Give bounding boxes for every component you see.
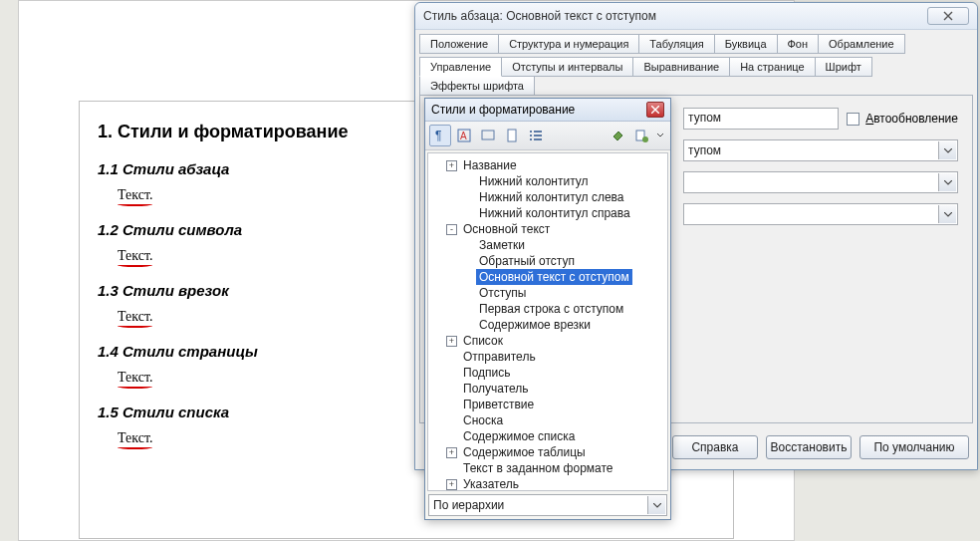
tab-обрамление[interactable]: Обрамление	[818, 34, 905, 54]
tree-label[interactable]: Отступы	[476, 285, 529, 301]
new-style-icon	[634, 129, 648, 142]
sf-titlebar[interactable]: Стили и форматирование	[425, 99, 670, 122]
tree-label[interactable]: Список	[460, 333, 506, 349]
tree-node[interactable]: Получатель	[430, 381, 665, 397]
linked-style-combo[interactable]	[683, 171, 958, 193]
tab-эффекты-шрифта[interactable]: Эффекты шрифта	[419, 76, 535, 96]
tree-node[interactable]: Нижний колонтитул слева	[430, 189, 665, 205]
new-style-dropdown[interactable]	[654, 125, 666, 146]
frame-icon	[481, 129, 495, 142]
paragraph-styles-button[interactable]: ¶	[429, 125, 451, 146]
tree-node[interactable]: Заметки	[430, 237, 665, 253]
help-button[interactable]: Справка	[672, 435, 758, 459]
close-button[interactable]	[927, 7, 969, 25]
svg-rect-6	[534, 131, 542, 133]
tree-node[interactable]: +Список	[430, 333, 665, 349]
list-styles-button[interactable]	[525, 125, 547, 146]
tree-label[interactable]: Нижний колонтитул	[476, 173, 592, 189]
tab-структура-и-нумерация[interactable]: Структура и нумерация	[498, 34, 639, 54]
tree-label[interactable]: Содержимое списка	[460, 428, 578, 444]
tree-node[interactable]: Нижний колонтитул справа	[430, 205, 665, 221]
tree-node[interactable]: +Название	[430, 157, 665, 173]
svg-rect-9	[530, 138, 532, 140]
tree-node[interactable]: Отступы	[430, 285, 665, 301]
tree-label[interactable]: Сноска	[460, 412, 506, 428]
expand-icon[interactable]: +	[446, 479, 457, 490]
sf-close-button[interactable]	[646, 102, 664, 118]
tree-node[interactable]: Содержимое списка	[430, 428, 665, 444]
page-styles-button[interactable]	[501, 125, 523, 146]
tree-node[interactable]: Содержимое врезки	[430, 317, 665, 333]
tree-label[interactable]: Обратный отступ	[476, 253, 578, 269]
svg-rect-5	[530, 131, 532, 133]
filter-combo[interactable]: По иерархии	[428, 494, 667, 516]
expand-icon[interactable]: +	[446, 160, 457, 171]
auto-update-checkbox[interactable]: Автообновление	[847, 112, 958, 126]
dialog-titlebar[interactable]: Стиль абзаца: Основной текст с отступом	[415, 3, 977, 30]
tree-node[interactable]: Нижний колонтитул	[430, 173, 665, 189]
filter-value: По иерархии	[433, 498, 504, 512]
tab-выравнивание[interactable]: Выравнивание	[632, 57, 730, 77]
svg-rect-3	[482, 131, 494, 139]
tab-шрифт[interactable]: Шрифт	[815, 57, 872, 77]
tab-фон[interactable]: Фон	[777, 34, 820, 54]
tree-label[interactable]: Нижний колонтитул слева	[476, 189, 627, 205]
tab-на-странице[interactable]: На странице	[729, 57, 815, 77]
default-button[interactable]: По умолчанию	[859, 435, 969, 459]
frame-styles-button[interactable]	[477, 125, 499, 146]
expand-icon[interactable]: +	[446, 447, 457, 458]
collapse-icon[interactable]: -	[446, 224, 457, 235]
svg-point-12	[642, 136, 648, 142]
tree-label[interactable]: Основной текст с отступом	[476, 269, 632, 285]
tree-node[interactable]: Основной текст с отступом	[430, 269, 665, 285]
tab-отступы-и-интервалы[interactable]: Отступы и интервалы	[501, 57, 633, 77]
tab-табуляция[interactable]: Табуляция	[638, 34, 714, 54]
restore-button[interactable]: Восстановить	[766, 435, 852, 459]
tree-label[interactable]: Указатель	[460, 476, 522, 491]
expand-icon[interactable]: +	[446, 336, 457, 347]
style-tree[interactable]: +НазваниеНижний колонтитулНижний колонти…	[427, 152, 668, 491]
tree-node[interactable]: Текст в заданном формате	[430, 460, 665, 476]
styles-formatting-window: Стили и форматирование ¶ A +Назва	[424, 98, 671, 520]
tree-node[interactable]: -Основной текст	[430, 221, 665, 237]
tree-label[interactable]: Текст в заданном формате	[460, 460, 616, 476]
svg-text:¶: ¶	[435, 129, 441, 142]
style-name-input[interactable]: тупом	[683, 108, 839, 130]
tab-управление[interactable]: Управление	[419, 57, 502, 77]
tree-label[interactable]: Получатель	[460, 381, 532, 397]
tree-node[interactable]: Первая строка с отступом	[430, 301, 665, 317]
tree-label[interactable]: Нижний колонтитул справа	[476, 205, 633, 221]
tree-node[interactable]: +Содержимое таблицы	[430, 444, 665, 460]
auto-update-label: втообновление	[873, 112, 958, 126]
char-icon: A	[457, 129, 471, 142]
tree-label[interactable]: Содержимое таблицы	[460, 444, 589, 460]
tree-label[interactable]: Подпись	[460, 365, 514, 381]
tree-node[interactable]: Приветствие	[430, 397, 665, 412]
body-text: Текст.	[118, 309, 152, 325]
tab-положение[interactable]: Положение	[419, 34, 499, 54]
tree-label[interactable]: Основной текст	[460, 221, 553, 237]
tree-node[interactable]: Обратный отступ	[430, 253, 665, 269]
tree-node[interactable]: Отправитель	[430, 349, 665, 365]
tree-label[interactable]: Первая строка с отступом	[476, 301, 626, 317]
chevron-down-icon	[938, 205, 956, 223]
fill-format-button[interactable]	[607, 125, 628, 146]
svg-rect-4	[508, 130, 516, 141]
tree-node[interactable]: +Указатель	[430, 476, 665, 491]
list-icon	[529, 129, 543, 142]
tree-label[interactable]: Содержимое врезки	[476, 317, 594, 333]
tree-label[interactable]: Название	[460, 157, 520, 173]
next-style-combo[interactable]: тупом	[683, 139, 958, 161]
body-text: Текст.	[118, 370, 152, 386]
tree-label[interactable]: Заметки	[476, 237, 528, 253]
category-combo[interactable]	[683, 203, 958, 225]
new-style-button[interactable]	[630, 125, 652, 146]
tab-буквица[interactable]: Буквица	[714, 34, 778, 54]
tree-node[interactable]: Сноска	[430, 412, 665, 428]
tree-label[interactable]: Отправитель	[460, 349, 539, 365]
tab-row-1: ПоложениеСтруктура и нумерацияТабуляцияБ…	[415, 30, 977, 53]
tree-label[interactable]: Приветствие	[460, 397, 537, 412]
close-icon	[943, 11, 953, 21]
tree-node[interactable]: Подпись	[430, 365, 665, 381]
character-styles-button[interactable]: A	[453, 125, 475, 146]
